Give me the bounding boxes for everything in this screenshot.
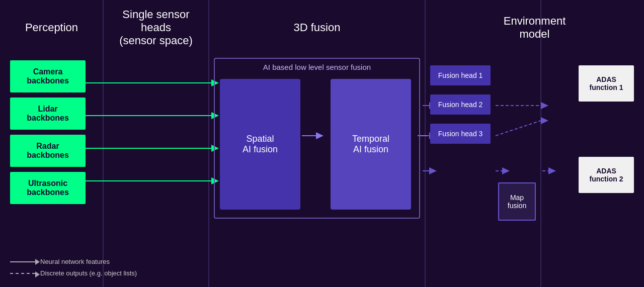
col-header-perception: Perception [0, 0, 103, 55]
fusion-head-3-box: Fusion head 3 [430, 124, 491, 144]
lidar-backbones-box: Lidarbackbones [10, 98, 86, 130]
map-fusion-box: Mapfusion [498, 182, 536, 221]
col-header-env-model: Environment model [425, 0, 644, 55]
camera-backbones-box: Camerabackbones [10, 60, 86, 92]
legend: Neural network features Discrete outputs… [10, 258, 137, 277]
ultrasonic-backbones-box: Ultrasonicbackbones [10, 172, 86, 204]
adas-column: ADASfunction 1 ADASfunction 2 [579, 65, 634, 193]
ai-fusion-label: AI based low level sensor fusion [215, 63, 419, 71]
legend-solid: Neural network features [10, 258, 137, 265]
legend-solid-label: Neural network features [40, 258, 110, 265]
temporal-ai-fusion-box: TemporalAI fusion [331, 79, 411, 210]
ai-fusion-outer-box: AI based low level sensor fusion Spatial… [214, 58, 420, 219]
diagram: Perception Single sensor heads (sensor s… [0, 0, 644, 287]
legend-dashed: Discrete outputs (e.g. object lists) [10, 269, 137, 277]
spatial-ai-fusion-box: SpatialAI fusion [220, 79, 300, 210]
fusion-heads-column: Fusion head 1 Fusion head 2 Fusion head … [430, 65, 491, 144]
adas-function-2-box: ADASfunction 2 [579, 157, 634, 193]
legend-dashed-label: Discrete outputs (e.g. object lists) [40, 269, 137, 277]
fusion-head-2-box: Fusion head 2 [430, 94, 491, 115]
col-header-3d-fusion: 3D fusion [209, 0, 425, 55]
main-content: Camerabackbones Lidarbackbones Radarback… [0, 55, 644, 287]
fusion-head-1-box: Fusion head 1 [430, 65, 491, 85]
backbone-column: Camerabackbones Lidarbackbones Radarback… [10, 60, 86, 204]
col-header-sensor-heads: Single sensor heads (sensor space) [103, 0, 209, 55]
adas-function-1-box: ADASfunction 1 [579, 65, 634, 102]
radar-backbones-box: Radarbackbones [10, 135, 86, 167]
column-headers: Perception Single sensor heads (sensor s… [0, 0, 644, 55]
